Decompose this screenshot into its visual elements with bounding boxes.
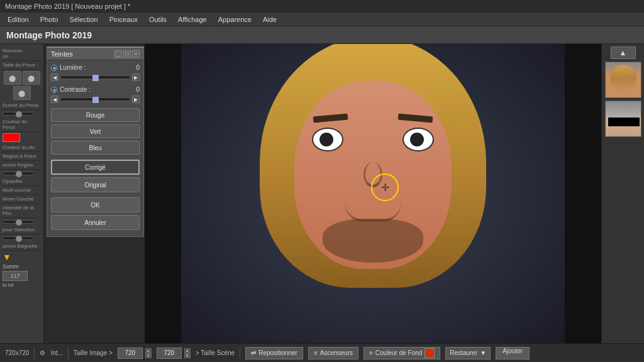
multi-couche-label: Multi couche: [1, 186, 42, 195]
thumb2-content: [606, 101, 641, 136]
contraste-slider[interactable]: [60, 97, 130, 101]
teintes-dialog: Teintes _ □ × Lumière : 0 ◀: [47, 47, 144, 237]
sep-2: [68, 348, 69, 359]
menu-pinceaux[interactable]: Pinceaux: [104, 14, 143, 25]
width-arrows: ▲ ▼: [145, 348, 152, 358]
menu-apparence[interactable]: Apparence: [213, 14, 257, 25]
lumiere-row: Lumière : 0: [51, 64, 140, 71]
ascenseurs-label: Ascenseurs: [320, 349, 353, 356]
contraste-minus-btn[interactable]: ◀: [51, 96, 58, 103]
rouge-btn[interactable]: Rouge: [51, 108, 140, 122]
height-input-group: ▲ ▼: [157, 348, 191, 359]
interactif-label: to: [3, 282, 7, 288]
width-down-arrow[interactable]: ▼: [145, 353, 152, 358]
dropdown-arrow-icon: ▼: [480, 349, 486, 356]
original-btn[interactable]: Original: [51, 177, 140, 192]
ajouter-label: Ajouter: [502, 348, 523, 354]
status-bar: 720x720 ⚙ Int... Taille Image > ▲ ▼ ▲ ▼ …: [0, 343, 644, 362]
contraste-plus-btn[interactable]: ▶: [132, 96, 140, 103]
swatch-red[interactable]: [3, 133, 20, 142]
interactif-text: Int...: [50, 349, 62, 356]
pour-sel-slider[interactable]: [3, 236, 41, 240]
restaurer-dropdown[interactable]: Restaurer ▼: [445, 347, 491, 359]
ascenseurs-icon: ≡: [314, 349, 318, 356]
menu-selection[interactable]: Sélection: [64, 14, 103, 25]
menu-outils[interactable]: Outils: [144, 14, 172, 25]
dialog-maximize-btn[interactable]: □: [123, 50, 131, 58]
height-up-arrow[interactable]: ▲: [184, 348, 191, 353]
durete-label: Dureté du Pince: [1, 101, 42, 110]
lumiere-slider-row: ◀ ▶: [51, 74, 140, 81]
beard-shape: [323, 219, 423, 263]
value-display: 117: [3, 271, 28, 281]
height-arrows: ▲ ▼: [184, 348, 191, 358]
face-shape: [294, 80, 452, 269]
sence-region-slider[interactable]: [3, 172, 41, 175]
nouveau-label: Nouveauun: [1, 47, 42, 61]
sence-region-label: sence Région: [1, 161, 42, 170]
photo-area: ✛: [181, 44, 565, 343]
menu-affichage[interactable]: Affichage: [173, 14, 212, 25]
teintes-header[interactable]: Teintes _ □ ×: [47, 48, 143, 60]
menu-photo[interactable]: Photo: [35, 14, 64, 25]
lumiere-minus-btn[interactable]: ◀: [51, 74, 58, 81]
width-input[interactable]: [118, 348, 143, 359]
ascenseurs-btn[interactable]: ≡ Ascenseurs: [308, 347, 358, 359]
lumiere-slider[interactable]: [60, 75, 130, 79]
height-input[interactable]: [157, 348, 182, 359]
vert-btn[interactable]: Vert: [51, 124, 140, 138]
couleur-fond-btn[interactable]: ≡ Couleur de Fond: [364, 347, 440, 359]
lumiere-plus-btn[interactable]: ▶: [132, 74, 140, 81]
canvas-display: ✛: [145, 44, 601, 343]
width-up-arrow[interactable]: ▲: [145, 348, 152, 353]
tool-btn-1[interactable]: ⬤: [4, 71, 21, 85]
pupil-right: [410, 133, 424, 146]
ajouter-btn[interactable]: Ajouter: [496, 347, 530, 359]
contraste-row: Contraste : 0: [51, 86, 140, 93]
left-panel: Nouveauun Taille du Pince ⬤ ⬤ ⬤ Dureté d…: [0, 44, 44, 343]
color-swatch: [425, 348, 435, 358]
mono-couche-label: Mono Couche: [1, 195, 42, 204]
thumb1-content: [606, 62, 641, 97]
center-area: Teintes _ □ × Lumière : 0 ◀: [44, 44, 601, 343]
annuler-btn[interactable]: Annuler: [51, 215, 140, 230]
height-down-arrow[interactable]: ▼: [184, 353, 191, 358]
menu-edition[interactable]: Edition: [3, 14, 34, 25]
black-bar-censored: [608, 118, 640, 126]
contraste-radio[interactable]: [51, 87, 57, 93]
contraste-value: 0: [127, 86, 140, 93]
teintes-body: Lumière : 0 ◀ ▶ Contraste : 0 ◀: [47, 60, 143, 236]
intensite-slider[interactable]: [3, 220, 41, 224]
intensite-photo-label: Intensité de la Pho: [1, 204, 42, 218]
thumbnail-2[interactable]: [605, 101, 641, 137]
lumiere-radio[interactable]: [51, 65, 57, 71]
corrige-btn[interactable]: Corrigé: [51, 160, 140, 175]
main-layout: Nouveauun Taille du Pince ⬤ ⬤ ⬤ Dureté d…: [0, 44, 644, 343]
dialog-minimize-btn[interactable]: _: [114, 50, 122, 58]
taille-image-label: Taille Image >: [74, 349, 113, 356]
couleur-fond-icon: ≡: [369, 349, 373, 356]
contraste-label: Contraste :: [60, 86, 127, 93]
thumb-face-skin: [610, 65, 636, 91]
taille-scene-label: > Taille Scène: [196, 349, 235, 356]
dialog-close-btn[interactable]: ×: [132, 50, 140, 58]
pour-sel-label: pour Sélection: [1, 226, 42, 234]
right-panel: ▲: [601, 44, 644, 343]
menu-bar: Edition Photo Sélection Pinceaux Outils …: [0, 13, 644, 26]
tool-btn-3[interactable]: ⬤: [13, 86, 31, 100]
menu-aide[interactable]: Aide: [258, 14, 282, 25]
scroll-up-btn[interactable]: ▲: [611, 47, 636, 59]
lumiere-label: Lumière :: [60, 64, 127, 71]
thumbnail-1[interactable]: [605, 62, 641, 98]
repositionner-btn[interactable]: ⇄ Repositionner: [245, 347, 303, 359]
ok-btn[interactable]: OK: [51, 197, 140, 212]
thumb-face-1: [610, 65, 636, 91]
couleur-pince-label: Couleur du Pince: [1, 118, 42, 132]
eyebrow-right: [398, 114, 433, 123]
couleur-fond-label: Couleur de Fond: [375, 349, 423, 356]
bleu-btn[interactable]: Bleu: [51, 141, 140, 155]
tool-btn-2[interactable]: ⬤: [23, 71, 40, 85]
int-label: Int: [8, 282, 14, 288]
durete-slider[interactable]: [3, 112, 41, 116]
dialog-close-btns: _ □ ×: [114, 50, 140, 58]
